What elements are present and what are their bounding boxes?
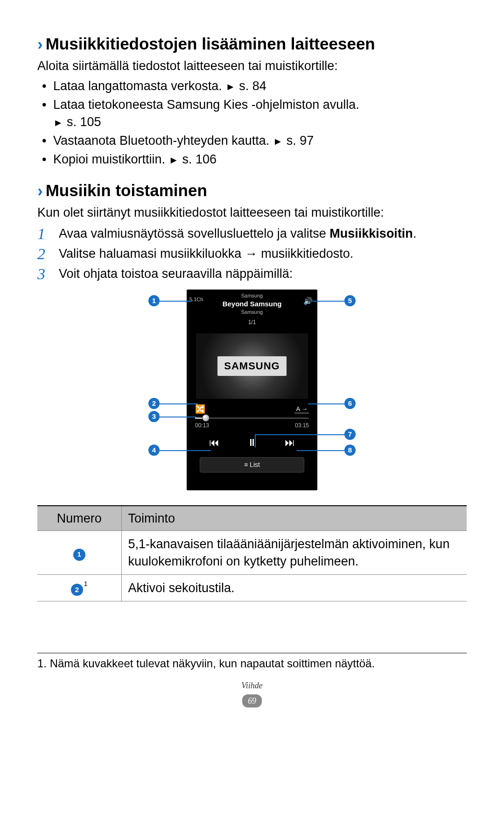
time-elapsed: 00:13	[195, 422, 209, 429]
row-badge: 1	[73, 549, 85, 561]
footnote: 1. Nämä kuvakkeet tulevat näkyviin, kun …	[37, 656, 467, 671]
repeat-a-icon: A →	[294, 405, 309, 414]
list-item: Kopioi muistikorttiin. ► s. 106	[41, 151, 467, 168]
section2-intro: Kun olet siirtänyt musiikkitiedostot lai…	[37, 204, 467, 221]
shuffle-icon: 🔀	[195, 403, 205, 415]
callout-badge-5: 5	[344, 295, 356, 306]
list-button: ≡ List	[200, 457, 304, 473]
callout-badge-2: 2	[148, 398, 160, 409]
callout-line	[313, 301, 345, 302]
callout-badge-3: 3	[148, 411, 160, 422]
table-header-number: Numero	[37, 506, 121, 531]
callout-line	[160, 417, 196, 417]
callout-badge-4: 4	[148, 445, 160, 456]
triangle-icon: ►	[225, 81, 235, 92]
row-badge: 2	[71, 584, 83, 596]
prev-icon: ⏮	[209, 436, 219, 450]
chevron-icon: ›	[37, 181, 43, 199]
callout-line	[255, 434, 345, 435]
footnote-rule	[37, 653, 467, 653]
music-player-screen: 5.1Ch 🔊 Samsung Beyond Samsung Samsung 1…	[187, 290, 317, 490]
progress-knob	[202, 414, 210, 422]
bullet-list: Lataa langattomasta verkosta. ► s. 84 La…	[37, 78, 467, 168]
artist-small: Samsung	[187, 290, 317, 299]
triangle-icon: ►	[169, 154, 179, 166]
next-icon: ⏭	[285, 436, 295, 450]
steps-list: 1 Avaa valmiusnäytössä sovellusluettelo …	[37, 225, 467, 283]
phone-diagram: 1 2 3 4 5 6 7 8 5.1Ch 🔊 Samsung Beyond S…	[37, 290, 467, 495]
step-item: 3 Voit ohjata toistoa seuraavilla näppäi…	[37, 265, 467, 283]
step-number: 3	[37, 265, 59, 283]
step-body: Avaa valmiusnäytössä sovellusluettelo ja…	[59, 225, 467, 242]
step-body: Valitse haluamasi musiikkiluokka → musii…	[59, 245, 467, 262]
row-desc: Aktivoi sekoitustila.	[121, 575, 467, 601]
song-title: Beyond Samsung	[187, 299, 317, 309]
step-number: 2	[37, 245, 59, 262]
section1-intro: Aloita siirtämällä tiedostot laitteeseen…	[37, 57, 467, 74]
step-item: 1 Avaa valmiusnäytössä sovellusluettelo …	[37, 225, 467, 242]
function-table: Numero Toiminto 1 5,1-kanavaisen tilaään…	[37, 505, 467, 602]
list-item: Lataa tietokoneesta Samsung Kies -ohjelm…	[41, 96, 467, 130]
chevron-icon: ›	[37, 35, 43, 53]
volume-icon: 🔊	[303, 296, 313, 306]
album-logo: SAMSUNG	[217, 356, 286, 376]
callout-line	[255, 434, 256, 447]
callout-line	[160, 403, 198, 404]
step-item: 2 Valitse haluamasi musiikkiluokka → mus…	[37, 245, 467, 262]
callout-line	[308, 403, 345, 404]
track-count: 1/1	[187, 318, 317, 326]
album-art: SAMSUNG	[196, 333, 308, 399]
table-row: 1 5,1-kanavaisen tilaääniäänijärjestelmä…	[37, 531, 467, 575]
progress-bar	[187, 417, 317, 419]
triangle-icon: ►	[273, 135, 283, 147]
callout-badge-1: 1	[148, 295, 160, 306]
step-number: 1	[37, 225, 59, 242]
table-header-function: Toiminto	[121, 506, 467, 531]
footer-section-label: Viihde	[37, 680, 467, 691]
callout-line	[297, 450, 345, 451]
section-heading-2: ›Musiikin toistaminen	[37, 179, 467, 201]
callout-line	[160, 450, 211, 451]
row-desc: 5,1-kanavaisen tilaääniäänijärjestelmän …	[121, 531, 467, 575]
section-heading-1: ›Musiikkitiedostojen lisääminen laittees…	[37, 33, 467, 55]
surround-label: 5.1Ch	[189, 296, 203, 303]
list-item: Lataa langattomasta verkosta. ► s. 84	[41, 78, 467, 94]
time-total: 03:15	[295, 422, 309, 429]
list-item: Vastaanota Bluetooth-yhteyden kautta. ► …	[41, 132, 467, 149]
callout-line	[160, 301, 192, 302]
album-small: Samsung	[187, 309, 317, 316]
triangle-icon: ►	[53, 117, 63, 128]
footnote-ref: 1	[84, 580, 88, 587]
page-number: 69	[242, 694, 262, 707]
callout-badge-6: 6	[344, 398, 356, 409]
callout-badge-7: 7	[344, 429, 356, 440]
table-row: 21 Aktivoi sekoitustila.	[37, 575, 467, 601]
step-body: Voit ohjata toistoa seuraavilla näppäimi…	[59, 265, 467, 282]
page-footer: Viihde 69	[37, 680, 467, 708]
callout-badge-8: 8	[344, 445, 356, 456]
